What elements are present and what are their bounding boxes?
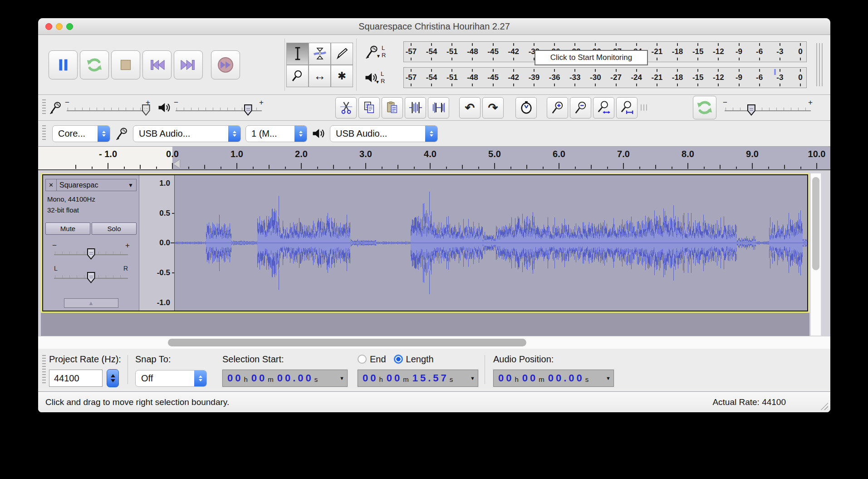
- playback-speed-slider[interactable]: − +: [725, 99, 811, 116]
- zoom-window-button[interactable]: [66, 23, 73, 30]
- project-rate-input[interactable]: 44100: [49, 370, 103, 387]
- playback-meter-strip[interactable]: -57-54-51-48-45-42-39-36-33-30-27-24-21-…: [403, 67, 807, 88]
- hours-value[interactable]: 00: [498, 372, 514, 384]
- meter-tick: [534, 69, 535, 72]
- waveform-canvas[interactable]: [175, 175, 807, 311]
- track-pan-slider-thumb[interactable]: [87, 272, 95, 283]
- timeshift-tool-icon: ↔: [314, 69, 326, 83]
- track-vertical-ruler[interactable]: 1.0 0.5 0.0 -0.5 -1.0: [139, 175, 175, 311]
- selection-length-field[interactable]: 00 h 00 m 15.57 s ▼: [358, 370, 478, 387]
- mute-button[interactable]: Mute: [45, 222, 90, 235]
- paste-icon: [386, 101, 399, 114]
- playback-device-value: USB Audio...: [336, 128, 387, 139]
- minutes-value[interactable]: 00: [251, 372, 267, 384]
- audio-position-field[interactable]: 00 h 00 m 00.00 s ▼: [493, 370, 614, 387]
- redo-button[interactable]: ↷: [482, 97, 504, 119]
- device-toolbar-grabber[interactable]: [42, 124, 46, 143]
- snap-to-select[interactable]: Off: [135, 370, 207, 387]
- meter-resize-handle[interactable]: [816, 43, 823, 86]
- end-radio[interactable]: [358, 355, 367, 364]
- zoom-out-button[interactable]: [570, 97, 591, 119]
- fit-selection-button[interactable]: [593, 97, 614, 119]
- empty-area-below-tracks[interactable]: [41, 313, 809, 336]
- field-dropdown-icon[interactable]: ▼: [337, 375, 344, 381]
- vertical-scrollbar[interactable]: [810, 173, 821, 336]
- output-volume-slider-thumb[interactable]: [244, 104, 252, 116]
- timeline-tick: [543, 167, 544, 169]
- resize-grip-icon[interactable]: [819, 401, 828, 410]
- track-gain-slider-thumb[interactable]: [87, 248, 95, 260]
- horizontal-scrollbar-thumb[interactable]: [168, 339, 526, 346]
- monitoring-tooltip[interactable]: Click to Start Monitoring: [535, 50, 648, 65]
- field-dropdown-icon[interactable]: ▼: [467, 375, 475, 381]
- seconds-value[interactable]: 15.57: [412, 372, 449, 384]
- undo-button[interactable]: ↶: [459, 97, 481, 119]
- multi-tool-button[interactable]: ✱: [331, 65, 353, 87]
- hours-value[interactable]: 00: [363, 372, 378, 384]
- cut-button[interactable]: [335, 97, 357, 119]
- track-collapse-button[interactable]: ▲: [64, 298, 118, 308]
- recording-device-select[interactable]: USB Audio...: [133, 125, 241, 142]
- playback-speed-slider-thumb[interactable]: [747, 104, 755, 116]
- edit-toolbar-resize-handle[interactable]: [640, 103, 647, 113]
- selection-tool-button[interactable]: [286, 43, 309, 65]
- recording-channels-select[interactable]: 1 (M...: [245, 125, 307, 142]
- playhead-pointer[interactable]: [173, 160, 180, 168]
- output-volume-slider[interactable]: − +: [176, 99, 262, 116]
- track-gain-slider[interactable]: − +: [54, 242, 128, 261]
- record-button[interactable]: [211, 50, 240, 79]
- zoom-in-button[interactable]: [547, 97, 568, 119]
- trim-outside-selection-button[interactable]: [405, 97, 426, 119]
- input-volume-slider-thumb[interactable]: [142, 104, 150, 116]
- loop-play-button[interactable]: [80, 50, 109, 79]
- envelope-tool-button[interactable]: [309, 43, 331, 65]
- meter-tick: [513, 58, 514, 60]
- minimize-window-button[interactable]: [56, 23, 63, 30]
- minutes-value[interactable]: 00: [522, 372, 538, 384]
- title-bar[interactable]: Squarespace Christina Hourihan 2.27: [38, 18, 830, 35]
- timeline-ruler[interactable]: - 1.00.01.02.03.04.05.06.07.08.09.010.0: [38, 147, 830, 170]
- meter-tick: [657, 84, 657, 86]
- project-rate-stepper[interactable]: [107, 369, 119, 387]
- waveform-area[interactable]: [175, 175, 807, 311]
- timer-record-button[interactable]: [515, 97, 537, 119]
- copy-button[interactable]: [358, 97, 380, 119]
- selection-start-field[interactable]: 00 h 00 m 00.00 s ▼: [222, 370, 348, 387]
- length-radio[interactable]: [394, 355, 403, 364]
- skip-to-start-button[interactable]: [142, 50, 172, 79]
- zoom-tool-button[interactable]: [286, 65, 309, 87]
- draw-tool-button[interactable]: [331, 43, 353, 65]
- seconds-value[interactable]: 00.00: [277, 372, 314, 384]
- meter-dropdown-icon[interactable]: ▼: [376, 54, 381, 59]
- track-name-menu[interactable]: Squarespac ▼: [57, 179, 137, 191]
- track-pan-slider[interactable]: L R: [54, 266, 128, 284]
- end-radio-label[interactable]: End: [370, 354, 386, 365]
- hours-value[interactable]: 00: [227, 372, 243, 384]
- pause-button[interactable]: [49, 50, 78, 79]
- track-close-button[interactable]: ✕: [45, 179, 57, 191]
- close-window-button[interactable]: [45, 23, 52, 30]
- solo-button[interactable]: Solo: [92, 222, 137, 235]
- timeshift-tool-button[interactable]: ↔: [309, 65, 331, 87]
- mixer-toolbar-grabber[interactable]: [42, 99, 46, 117]
- vertical-scrollbar-thumb[interactable]: [812, 177, 819, 270]
- meter-dropdown-icon[interactable]: ▼: [375, 79, 380, 84]
- skip-to-end-button[interactable]: [174, 50, 203, 79]
- silence-selection-button[interactable]: [428, 97, 449, 119]
- meter-tick: [780, 69, 780, 72]
- playback-meter[interactable]: ▼ L R -57-54-51-48-45-42-39-36-33-30-27-…: [358, 66, 807, 89]
- selection-toolbar-grabber[interactable]: [42, 354, 46, 385]
- audio-host-select[interactable]: Core...: [52, 125, 110, 142]
- meter-scale-label: -3: [776, 73, 783, 82]
- minutes-value[interactable]: 00: [387, 372, 402, 384]
- length-radio-label[interactable]: Length: [406, 354, 434, 365]
- stop-button[interactable]: [111, 50, 140, 79]
- input-volume-slider[interactable]: − +: [67, 99, 148, 116]
- paste-button[interactable]: [382, 97, 403, 119]
- fit-project-button[interactable]: [616, 97, 638, 119]
- play-at-speed-button[interactable]: [693, 96, 716, 119]
- field-dropdown-icon[interactable]: ▼: [603, 375, 611, 381]
- seconds-value[interactable]: 00.00: [548, 372, 584, 384]
- playback-device-select[interactable]: USB Audio...: [330, 125, 438, 142]
- horizontal-scrollbar[interactable]: [38, 336, 830, 349]
